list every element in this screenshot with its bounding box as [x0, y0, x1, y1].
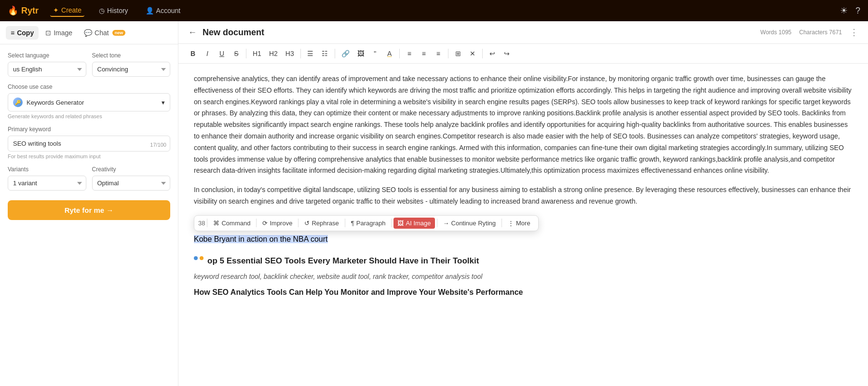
more-float-button[interactable]: ⋮ More — [504, 218, 534, 229]
tab-image-label: Image — [54, 29, 72, 37]
improve-icon: ⟳ — [262, 220, 268, 227]
align-right-button[interactable]: ≡ — [432, 47, 445, 60]
more-float-label: More — [516, 220, 530, 227]
command-icon: ⌘ — [213, 220, 219, 227]
float-divider-6 — [437, 219, 437, 227]
use-case-select[interactable]: 🔑 Keywords Generator ▾ — [8, 93, 170, 111]
account-icon: 👤 — [146, 7, 154, 14]
logo-icon: 🔥 — [8, 5, 18, 16]
rephrase-button[interactable]: ↺ Rephrase — [300, 218, 342, 229]
logo-text: Rytr — [21, 6, 39, 16]
section-main-title: op 5 Essential SEO Tools Every Marketer … — [207, 256, 479, 266]
float-divider-3 — [298, 219, 298, 227]
float-divider-7 — [502, 219, 502, 227]
paragraph-button[interactable]: ¶ Paragraph — [347, 218, 390, 229]
continue-label: Continue Ryting — [451, 220, 496, 227]
tone-select[interactable]: Convincing — [92, 62, 171, 77]
section-subtitle: keyword research tool, backlink checker,… — [194, 273, 853, 280]
floating-toolbar: 38 ⌘ Command ⟳ Improve ↺ Rephrase — [194, 215, 539, 231]
nav-account[interactable]: 👤 Account — [143, 5, 184, 16]
more-options-icon[interactable]: ⋮ — [850, 27, 858, 38]
toolbar-divider-3 — [335, 49, 335, 58]
keyword-hint: For best results provide maximum input — [8, 153, 170, 159]
float-divider-4 — [345, 219, 345, 227]
editor-content[interactable]: comprehensive analytics, they can identi… — [178, 64, 868, 386]
tab-copy-label: Copy — [17, 29, 34, 37]
toolbar-divider-1 — [246, 49, 246, 58]
nav-right: ☀ ? — [840, 5, 860, 16]
document-title[interactable]: New document — [203, 28, 264, 38]
char-count: Characters 7671 — [799, 29, 842, 36]
logo[interactable]: 🔥 Rytr — [8, 5, 39, 16]
keyword-section: Primary keyword 17/100 For best results … — [8, 126, 170, 159]
content-paragraph-2: In conclusion, in today's competitive di… — [194, 184, 853, 207]
keyword-counter: 17/100 — [150, 142, 166, 148]
continue-ryting-button[interactable]: → Continue Ryting — [439, 218, 500, 229]
highlight-button[interactable]: A — [383, 47, 396, 60]
use-case-hint: Generate keywords and related phrases — [8, 113, 170, 119]
nav-create[interactable]: ✦ Create — [50, 4, 84, 17]
align-left-button[interactable]: ≡ — [403, 47, 416, 60]
ai-image-label: AI Image — [406, 220, 431, 227]
tab-chat[interactable]: 💬 Chat new — [79, 26, 130, 40]
creativity-label: Creativity — [92, 166, 171, 173]
undo-button[interactable]: ↩ — [486, 47, 499, 60]
improve-button[interactable]: ⟳ Improve — [258, 218, 296, 229]
tab-chat-label: Chat — [95, 29, 109, 37]
tab-copy[interactable]: ≡ Copy — [6, 26, 39, 40]
strikethrough-button[interactable]: S — [230, 47, 243, 60]
nav-create-label: Create — [61, 6, 81, 14]
help-icon[interactable]: ? — [855, 6, 860, 16]
loading-dot-2 — [200, 256, 203, 260]
align-center-button[interactable]: ≡ — [417, 47, 431, 60]
italic-button[interactable]: I — [201, 47, 214, 60]
language-label: Select language — [8, 52, 86, 59]
redo-button[interactable]: ↪ — [500, 47, 514, 60]
section-heading: How SEO Analytics Tools Can Help You Mon… — [194, 288, 853, 297]
image-button[interactable]: 🖼 — [354, 47, 367, 60]
float-divider-1 — [207, 219, 207, 227]
keyword-input-wrap: 17/100 — [8, 136, 170, 152]
content-paragraph-1: comprehensive analytics, they can identi… — [194, 73, 853, 177]
variants-label: Variants — [8, 166, 86, 173]
toolbar-divider-2 — [300, 49, 301, 58]
tab-image[interactable]: ⊡ Image — [41, 26, 77, 40]
bold-button[interactable]: B — [186, 47, 200, 60]
h3-button[interactable]: H3 — [282, 47, 298, 60]
header-right: Words 1095 Characters 7671 ⋮ — [760, 27, 858, 38]
loading-indicator — [194, 256, 203, 260]
table-button[interactable]: ⊞ — [451, 47, 465, 60]
ordered-list-button[interactable]: ☷ — [318, 47, 332, 60]
theme-icon[interactable]: ☀ — [840, 5, 848, 16]
creativity-select[interactable]: Optimal — [92, 176, 171, 191]
image-tab-icon: ⊡ — [45, 29, 51, 37]
language-select[interactable]: us English — [8, 62, 86, 77]
left-sidebar: ≡ Copy ⊡ Image 💬 Chat new Select languag… — [0, 21, 178, 386]
quote-button[interactable]: " — [368, 47, 382, 60]
selected-text-row: Kobe Bryant in action on the NBA court — [194, 235, 853, 244]
h1-button[interactable]: H1 — [249, 47, 265, 60]
sidebar-tabs: ≡ Copy ⊡ Image 💬 Chat new — [0, 21, 178, 44]
link-button[interactable]: 🔗 — [338, 47, 353, 60]
top-nav: 🔥 Rytr ✦ Create ◷ History 👤 Account ☀ ? — [0, 0, 868, 21]
line-number: 38 — [198, 220, 205, 227]
ai-image-button[interactable]: 🖼 AI Image — [393, 218, 434, 229]
ryte-button[interactable]: Ryte for me → — [8, 200, 170, 220]
word-count: Words 1095 — [760, 29, 791, 36]
variants-row: Variants 1 variant Creativity Optimal — [8, 166, 170, 191]
keyword-input[interactable] — [8, 136, 170, 152]
create-icon: ✦ — [53, 6, 59, 14]
rephrase-label: Rephrase — [312, 220, 339, 227]
tone-col: Select tone Convincing — [92, 52, 171, 77]
variants-select[interactable]: 1 variant — [8, 176, 86, 191]
command-button[interactable]: ⌘ Command — [209, 218, 254, 229]
nav-history[interactable]: ◷ History — [96, 5, 131, 16]
ai-image-icon: 🖼 — [397, 220, 404, 227]
back-button[interactable]: ← — [188, 28, 197, 38]
bullet-list-button[interactable]: ☰ — [304, 47, 317, 60]
clear-format-button[interactable]: ✕ — [466, 47, 479, 60]
h2-button[interactable]: H2 — [266, 47, 281, 60]
underline-button[interactable]: U — [215, 47, 229, 60]
sidebar-body: Select language us English Select tone C… — [0, 44, 178, 386]
history-icon: ◷ — [99, 7, 105, 14]
